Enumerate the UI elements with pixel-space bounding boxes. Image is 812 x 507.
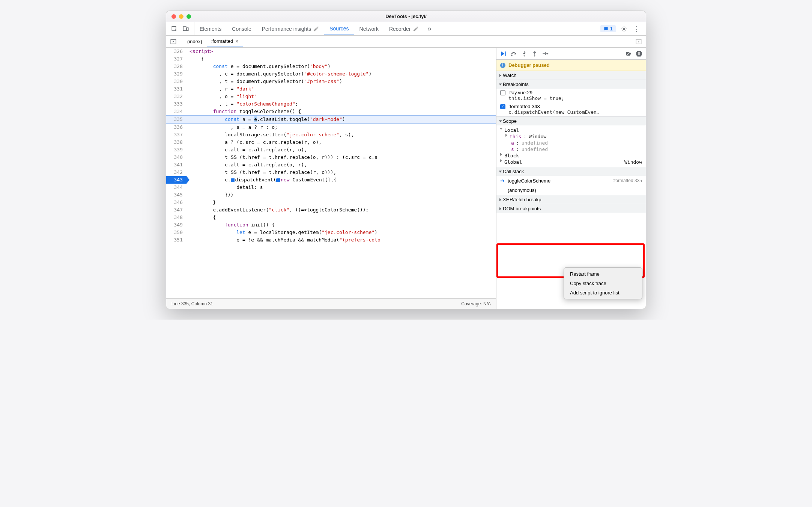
code-line[interactable]: , l = "colorSchemeChanged"; [186, 100, 496, 108]
scope-variable[interactable]: a: undefined [500, 140, 642, 146]
line-number[interactable]: 331 [166, 85, 186, 93]
navigator-toggle-icon[interactable] [166, 38, 180, 45]
dom-header[interactable]: DOM breakpoints [496, 204, 646, 213]
code-line[interactable]: { [186, 55, 496, 63]
line-number[interactable]: 345 [166, 191, 186, 199]
context-menu-item[interactable]: Copy stack trace [564, 279, 642, 288]
tab-performance-insights[interactable]: Performance insights🧪 [257, 22, 325, 35]
line-number[interactable]: 332 [166, 93, 186, 100]
code-line[interactable]: c.addEventListener("click", ()=>toggleCo… [186, 206, 496, 214]
maximize-window-button[interactable] [186, 14, 191, 19]
code-line[interactable]: { [186, 214, 496, 221]
code-line[interactable]: function init() { [186, 221, 496, 229]
code-line[interactable]: const a = e.classList.toggle("dark-mode"… [186, 116, 496, 123]
line-number[interactable]: 339 [166, 146, 186, 154]
code-line[interactable]: t && (t.href = t.href.replace(r, o))), [186, 169, 496, 176]
line-number[interactable]: 330 [166, 78, 186, 85]
inspect-element-icon[interactable] [170, 24, 179, 33]
line-number[interactable]: 346 [166, 199, 186, 206]
code-line[interactable]: detail: s [186, 184, 496, 191]
tab-network[interactable]: Network [354, 22, 384, 35]
code-line[interactable]: , o = "light" [186, 93, 496, 100]
code-line[interactable]: c.alt = c.alt.replace(o, r), [186, 161, 496, 169]
code-line[interactable]: let e = localStorage.getItem("jec.color-… [186, 229, 496, 236]
code-line[interactable]: a ? (c.src = c.src.replace(r, o), [186, 139, 496, 146]
code-line[interactable]: c.alt = c.alt.replace(r, o), [186, 146, 496, 154]
code-line[interactable]: , r = "dark" [186, 85, 496, 93]
scope-block[interactable]: Block [500, 152, 642, 159]
line-number[interactable]: 341 [166, 161, 186, 169]
line-number[interactable]: 337 [166, 131, 186, 139]
scope-variable[interactable]: this: Window [500, 133, 642, 140]
code-area[interactable]: 326<script>327 {328 const e = document.q… [166, 48, 496, 298]
line-number[interactable]: 349 [166, 221, 186, 229]
line-number[interactable]: 326 [166, 48, 186, 55]
breakpoint-checkbox[interactable]: ✓ [500, 104, 505, 109]
breakpoint-item[interactable]: Pay.vue:29 [496, 89, 646, 95]
code-line[interactable]: e = !e && matchMedia && matchMedia("(pre… [186, 236, 496, 244]
code-line[interactable]: const e = document.querySelector("body") [186, 63, 496, 70]
code-line[interactable]: c.dispatchEvent(new CustomEvent(l,{ [186, 176, 496, 184]
line-number[interactable]: 338 [166, 139, 186, 146]
scope-global[interactable]: GlobalWindow [500, 159, 642, 165]
tab-recorder[interactable]: Recorder🧪 [384, 22, 424, 35]
code-line[interactable]: <script> [186, 48, 496, 55]
breakpoint-item[interactable]: ✓:formatted:343 [496, 103, 646, 109]
line-number[interactable]: 328 [166, 63, 186, 70]
line-number[interactable]: 334 [166, 108, 186, 115]
code-line[interactable]: localStorage.setItem("jec.color-scheme",… [186, 131, 496, 139]
scope-header[interactable]: Scope [496, 117, 646, 125]
line-number[interactable]: 350 [166, 229, 186, 236]
settings-icon[interactable] [620, 24, 629, 33]
pause-exceptions-icon[interactable] [635, 49, 644, 58]
line-number[interactable]: 344 [166, 184, 186, 191]
line-number[interactable]: 335 [166, 116, 186, 123]
messages-badge[interactable]: 1 [600, 25, 616, 32]
step-out-icon[interactable] [530, 49, 539, 58]
line-number[interactable]: 342 [166, 169, 186, 176]
minimize-window-button[interactable] [179, 14, 183, 19]
code-line[interactable]: , s = a ? r : o; [186, 124, 496, 131]
scope-local[interactable]: Local [500, 127, 642, 133]
line-number[interactable]: 329 [166, 70, 186, 78]
step-over-icon[interactable] [509, 49, 518, 58]
more-menu-icon[interactable] [632, 24, 641, 33]
run-snippet-icon[interactable] [632, 38, 646, 45]
callstack-frame[interactable]: (anonymous) [496, 186, 646, 195]
line-number[interactable]: 347 [166, 206, 186, 214]
breakpoint-checkbox[interactable] [500, 90, 505, 95]
line-number[interactable]: 336 [166, 124, 186, 131]
step-into-icon[interactable] [520, 49, 529, 58]
callstack-frame[interactable]: ➔toggleColorScheme:formatted:335 [496, 176, 646, 186]
filetab-index[interactable]: (index) [183, 36, 207, 47]
context-menu-item[interactable]: Add script to ignore list [564, 288, 642, 297]
tab-elements[interactable]: Elements [194, 22, 227, 35]
line-number[interactable]: 327 [166, 55, 186, 63]
xhr-header[interactable]: XHR/fetch breakp [496, 195, 646, 204]
line-number[interactable]: 348 [166, 214, 186, 221]
close-window-button[interactable] [171, 14, 176, 19]
line-number[interactable]: 333 [166, 100, 186, 108]
scope-variable[interactable]: s: undefined [500, 146, 642, 152]
watch-header[interactable]: Watch [496, 71, 646, 80]
breakpoints-header[interactable]: Breakpoints [496, 80, 646, 89]
code-line[interactable]: } [186, 199, 496, 206]
overflow-tabs-icon[interactable] [424, 25, 435, 33]
callstack-header[interactable]: Call stack [496, 167, 646, 176]
context-menu-item[interactable]: Restart frame [564, 269, 642, 279]
code-line[interactable]: t && (t.href = t.href.replace(o, r))) : … [186, 154, 496, 161]
tab-sources[interactable]: Sources [324, 22, 354, 35]
line-number[interactable]: 343 [166, 176, 186, 184]
filetab-formatted[interactable]: :formatted× [207, 36, 243, 47]
line-number[interactable]: 351 [166, 236, 186, 244]
code-line[interactable]: function toggleColorScheme() { [186, 108, 496, 115]
line-number[interactable]: 340 [166, 154, 186, 161]
deactivate-breakpoints-icon[interactable] [624, 49, 633, 58]
tab-console[interactable]: Console [227, 22, 256, 35]
close-tab-icon[interactable]: × [235, 38, 238, 44]
resume-icon[interactable] [499, 49, 508, 58]
step-icon[interactable] [541, 49, 550, 58]
code-line[interactable]: , c = document.querySelector("#color-sch… [186, 70, 496, 78]
code-line[interactable]: , t = document.querySelector("#prism-css… [186, 78, 496, 85]
code-line[interactable]: })) [186, 191, 496, 199]
